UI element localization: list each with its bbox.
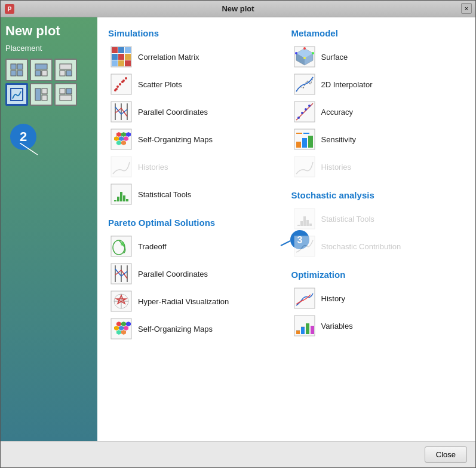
svg-rect-57 <box>123 195 125 201</box>
item-sensitivity[interactable]: Sensitivity <box>291 126 465 153</box>
svg-rect-29 <box>118 60 124 66</box>
svg-rect-113 <box>294 288 315 308</box>
close-button[interactable]: Close <box>425 446 467 463</box>
right-column: Metamodel <box>291 26 465 342</box>
item-history-opt[interactable]: History <box>291 285 465 312</box>
placement-btn-3[interactable] <box>54 59 77 81</box>
item-self-organizing-maps-par[interactable]: Self-Organizing Maps <box>108 315 282 342</box>
svg-point-61 <box>121 242 124 246</box>
svg-rect-58 <box>126 199 128 201</box>
item-self-organizing-maps-sim[interactable]: Self-Organizing Maps <box>108 126 282 153</box>
svg-rect-4 <box>11 71 16 76</box>
svg-rect-24 <box>125 47 131 53</box>
svg-rect-6 <box>35 64 47 69</box>
svg-line-64 <box>281 241 290 246</box>
section-title-simulations: Simulations <box>108 28 282 38</box>
hyper-radial-icon <box>110 290 132 312</box>
svg-rect-54 <box>114 200 116 201</box>
title-bar: P New plot × <box>1 1 475 17</box>
svg-point-91 <box>303 57 306 59</box>
parallel-coordinates-sim-icon <box>110 101 132 123</box>
svg-rect-7 <box>35 71 41 76</box>
section-title-pareto: Pareto Optimal Solutions <box>108 218 282 228</box>
item-hyper-radial[interactable]: Hyper-Radial Visualization <box>108 287 282 315</box>
item-label-self-organizing-maps-par: Self-Organizing Maps <box>138 325 213 334</box>
item-variables-opt[interactable]: Variables <box>291 312 465 339</box>
item-histories-meta: Histories <box>291 153 465 181</box>
svg-rect-118 <box>311 326 314 334</box>
placement-btn-6[interactable] <box>54 83 77 106</box>
svg-rect-11 <box>60 71 65 76</box>
item-label-tradeoff: Tradeoff <box>138 242 167 251</box>
svg-point-97 <box>305 108 307 111</box>
svg-rect-18 <box>66 88 72 94</box>
placement-btn-4[interactable] <box>5 83 28 106</box>
placement-grid <box>5 59 93 106</box>
sidebar: New plot Placement <box>1 17 97 441</box>
item-statistical-tools-sim[interactable]: Statistical Tools <box>108 181 282 208</box>
svg-rect-110 <box>306 220 309 226</box>
item-label-stochastic-contribution: Stochastic Contribution <box>321 242 401 251</box>
svg-point-98 <box>308 105 311 107</box>
statistical-tools-sim-icon <box>110 183 132 205</box>
svg-rect-14 <box>35 88 41 100</box>
svg-line-20 <box>20 143 38 155</box>
placement-btn-1[interactable] <box>5 59 28 81</box>
svg-rect-25 <box>112 54 118 60</box>
window-close-button[interactable]: × <box>461 3 472 14</box>
item-stochastic-contribution: Stochastic Contribution <box>291 233 465 260</box>
item-label-statistical-tools-sim: Statistical Tools <box>138 190 191 199</box>
accuracy-icon <box>294 101 315 123</box>
item-label-accuracy: Accuracy <box>321 108 353 117</box>
svg-rect-8 <box>42 71 47 76</box>
item-tradeoff[interactable]: Tradeoff 3 <box>108 233 282 260</box>
section-title-stochastic: Stochastic analysis <box>291 190 465 200</box>
item-label-histories-meta: Histories <box>321 163 352 172</box>
item-label-sensitivity: Sensitivity <box>321 135 357 144</box>
section-title-optimization: Optimization <box>291 270 465 280</box>
variables-opt-icon <box>294 315 315 337</box>
item-interpolator-2d[interactable]: 2D Interpolator <box>291 71 465 98</box>
item-correlation-matrix[interactable]: Correlation Matrix <box>108 43 282 71</box>
item-label-history-opt: History <box>321 294 345 303</box>
svg-rect-26 <box>118 54 124 60</box>
svg-rect-17 <box>60 88 65 94</box>
svg-rect-10 <box>60 64 72 69</box>
self-organizing-maps-par-icon <box>110 318 132 339</box>
svg-rect-27 <box>125 54 131 60</box>
main-window: P New plot × New plot Placement <box>0 0 476 468</box>
svg-rect-12 <box>66 71 72 76</box>
item-label-hyper-radial: Hyper-Radial Visualization <box>138 297 229 306</box>
bottom-bar: Close <box>1 441 475 467</box>
surface-icon <box>294 46 315 68</box>
item-scatter-plots[interactable]: Scatter Plots <box>108 71 282 98</box>
history-opt-icon <box>294 287 315 309</box>
item-surface[interactable]: Surface <box>291 43 465 71</box>
svg-rect-115 <box>296 331 300 334</box>
item-accuracy[interactable]: Accuracy <box>291 98 465 126</box>
svg-point-33 <box>116 85 119 88</box>
svg-rect-108 <box>300 221 303 226</box>
svg-rect-22 <box>112 47 118 53</box>
placement-label: Placement <box>5 44 93 53</box>
svg-rect-19 <box>60 95 72 100</box>
left-column: Simulations <box>108 26 282 342</box>
item-label-correlation-matrix: Correlation Matrix <box>138 53 199 62</box>
histories-sim-icon <box>110 156 132 178</box>
item-parallel-coordinates-par[interactable]: Parallel Coordinates <box>108 260 282 287</box>
item-label-statistical-tools-stoch: Statistical Tools <box>321 215 374 224</box>
svg-rect-5 <box>17 71 23 76</box>
svg-rect-111 <box>309 224 312 226</box>
svg-point-90 <box>295 52 297 54</box>
svg-rect-112 <box>294 236 315 256</box>
item-label-parallel-coordinates-par: Parallel Coordinates <box>138 270 208 279</box>
sidebar-title: New plot <box>5 23 93 39</box>
placement-btn-5[interactable] <box>30 83 53 106</box>
placement-btn-2[interactable] <box>30 59 53 81</box>
main-area: Simulations <box>97 17 475 441</box>
svg-point-95 <box>297 117 300 119</box>
correlation-matrix-icon <box>110 46 132 68</box>
histories-meta-icon <box>294 156 315 178</box>
svg-rect-30 <box>125 60 131 66</box>
item-parallel-coordinates-sim[interactable]: Parallel Coordinates <box>108 98 282 126</box>
